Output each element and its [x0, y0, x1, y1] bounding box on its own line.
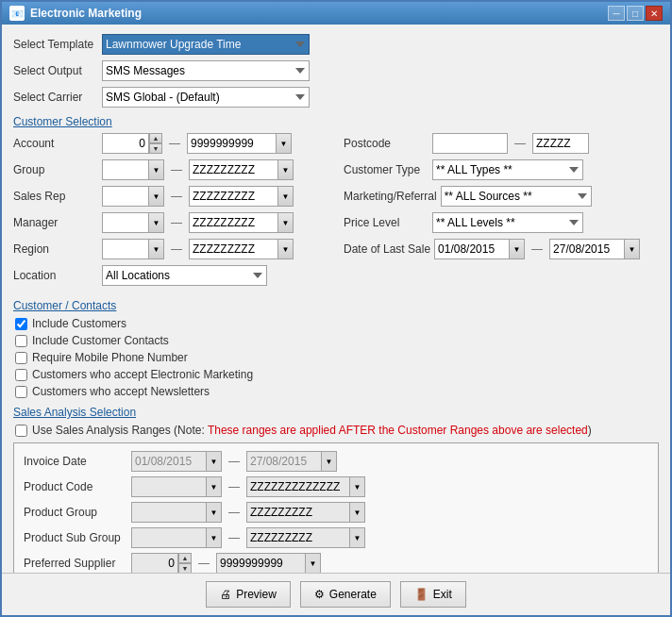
account-from-down[interactable]: ▼ [149, 143, 162, 154]
price-level-dropdown[interactable]: ** ALL Levels ** [432, 212, 583, 233]
include-customers-checkbox[interactable] [15, 318, 27, 330]
group-to-input[interactable] [189, 159, 278, 180]
location-label: Location [13, 269, 98, 282]
preferred-supplier-from-up[interactable]: ▲ [178, 553, 192, 563]
customer-type-label: Customer Type [344, 163, 428, 176]
minimize-button[interactable]: ─ [608, 6, 625, 21]
salesrep-from-input[interactable] [102, 186, 149, 207]
marketing-label: Marketing/Referral [344, 190, 437, 203]
main-window: 📧 Electronic Marketing ─ □ ✕ Select Temp… [0, 0, 672, 617]
accept-electronic-checkbox[interactable] [15, 369, 27, 381]
date-from-input[interactable] [434, 239, 510, 259]
exit-button[interactable]: 🚪 Exit [400, 581, 466, 608]
select-output-label: Select Output [13, 64, 98, 77]
preferred-supplier-to-dropdown[interactable]: ▼ [306, 553, 321, 573]
salesrep-label: Sales Rep [13, 190, 98, 203]
region-to-input[interactable] [189, 239, 278, 259]
accept-newsletters-label: Customers who accept Newsletters [32, 385, 210, 398]
account-from-up[interactable]: ▲ [149, 133, 162, 143]
select-output-dropdown[interactable]: SMS Messages [102, 60, 310, 81]
customer-contacts-header[interactable]: Customer / Contacts [13, 299, 659, 312]
product-group-from-input[interactable] [131, 502, 207, 523]
maximize-button[interactable]: □ [627, 6, 644, 21]
postcode-from-input[interactable] [432, 133, 508, 154]
invoice-date-from-dropdown[interactable]: ▼ [207, 451, 222, 472]
bottom-bar: 🖨 Preview ⚙ Generate 🚪 Exit [2, 573, 670, 615]
preferred-supplier-row: Preferred Supplier ▲ ▼ — ▼ [24, 553, 648, 573]
exit-label: Exit [433, 588, 452, 601]
manager-to-input[interactable] [189, 212, 278, 233]
product-group-row: Product Group ▼ — ▼ [24, 502, 648, 523]
generate-button[interactable]: ⚙ Generate [300, 581, 391, 608]
region-to-dropdown[interactable]: ▼ [278, 239, 294, 259]
customer-type-row: Customer Type ** ALL Types ** [344, 159, 659, 180]
customer-type-dropdown[interactable]: ** ALL Types ** [432, 159, 583, 180]
preferred-supplier-from-down[interactable]: ▼ [178, 563, 192, 573]
preview-button[interactable]: 🖨 Preview [206, 581, 291, 608]
postcode-to-input[interactable] [532, 133, 589, 154]
price-level-label: Price Level [344, 216, 428, 229]
salesrep-from-dropdown[interactable]: ▼ [149, 186, 164, 207]
customer-selection-header[interactable]: Customer Selection [13, 115, 659, 128]
invoice-date-to-input[interactable] [246, 451, 322, 472]
sales-analysis-header[interactable]: Sales Analysis Selection [13, 406, 659, 419]
select-template-row: Select Template Lawnmower Upgrade Time [13, 34, 659, 55]
product-code-to-dropdown[interactable]: ▼ [350, 476, 365, 497]
marketing-dropdown[interactable]: ** ALL Sources ** [441, 186, 592, 207]
account-from-input[interactable] [102, 133, 149, 154]
account-to-input[interactable] [187, 133, 277, 154]
manager-label: Manager [13, 216, 98, 229]
product-sub-group-from-input[interactable] [131, 527, 207, 548]
manager-from-dropdown[interactable]: ▼ [149, 212, 164, 233]
product-code-to-input[interactable] [246, 476, 350, 497]
sales-analysis-checkbox[interactable] [15, 425, 27, 437]
product-sub-group-label: Product Sub Group [24, 531, 127, 544]
preferred-supplier-from-input[interactable] [131, 553, 178, 573]
invoice-date-label: Invoice Date [24, 455, 127, 468]
region-from-dropdown[interactable]: ▼ [149, 239, 164, 259]
date-to-dropdown[interactable]: ▼ [625, 239, 640, 259]
manager-row: Manager ▼ — ▼ [13, 212, 334, 233]
region-from-input[interactable] [102, 239, 149, 259]
account-label: Account [13, 137, 98, 150]
product-group-label: Product Group [24, 506, 127, 519]
product-group-to-dropdown[interactable]: ▼ [350, 502, 365, 523]
sales-analysis-note-row: Use Sales Analysis Ranges (Note: These r… [13, 424, 659, 437]
require-mobile-checkbox[interactable] [15, 352, 27, 364]
date-last-sale-row: Date of Last Sale ▼ — ▼ [344, 239, 659, 259]
product-code-from-input[interactable] [131, 476, 207, 497]
product-group-to-input[interactable] [246, 502, 350, 523]
product-code-from-dropdown[interactable]: ▼ [207, 476, 222, 497]
require-mobile-row: Require Mobile Phone Number [13, 351, 659, 364]
preview-label: Preview [236, 588, 277, 601]
preferred-supplier-to-input[interactable] [216, 553, 306, 573]
salesrep-to-dropdown[interactable]: ▼ [278, 186, 294, 207]
salesrep-to-input[interactable] [189, 186, 278, 207]
account-dash: — [169, 137, 180, 150]
select-template-dropdown[interactable]: Lawnmower Upgrade Time [102, 34, 310, 55]
close-button[interactable]: ✕ [646, 6, 663, 21]
invoice-date-from-input[interactable] [131, 451, 207, 472]
group-from-dropdown[interactable]: ▼ [149, 159, 164, 180]
account-to-dropdown[interactable]: ▼ [277, 133, 292, 154]
product-group-from-dropdown[interactable]: ▼ [207, 502, 222, 523]
location-dropdown[interactable]: All Locations [102, 265, 267, 286]
manager-to-dropdown[interactable]: ▼ [278, 212, 294, 233]
include-contacts-checkbox[interactable] [15, 335, 27, 347]
select-carrier-dropdown[interactable]: SMS Global - (Default) [102, 87, 310, 108]
window-title: Electronic Marketing [30, 7, 142, 20]
date-from-dropdown[interactable]: ▼ [510, 239, 525, 259]
group-from-input[interactable] [102, 159, 149, 180]
product-sub-group-from-dropdown[interactable]: ▼ [207, 527, 222, 548]
sales-analysis-note: Use Sales Analysis Ranges (Note: These r… [32, 424, 592, 437]
main-content: Select Template Lawnmower Upgrade Time S… [2, 25, 670, 573]
product-sub-group-to-input[interactable] [246, 527, 350, 548]
invoice-date-to-dropdown[interactable]: ▼ [322, 451, 337, 472]
manager-from-input[interactable] [102, 212, 149, 233]
group-to-dropdown[interactable]: ▼ [278, 159, 294, 180]
product-sub-group-to-dropdown[interactable]: ▼ [350, 527, 365, 548]
date-to-input[interactable] [549, 239, 625, 259]
product-sub-group-row: Product Sub Group ▼ — ▼ [24, 527, 648, 548]
postcode-label: Postcode [344, 137, 428, 150]
accept-newsletters-checkbox[interactable] [15, 386, 27, 398]
